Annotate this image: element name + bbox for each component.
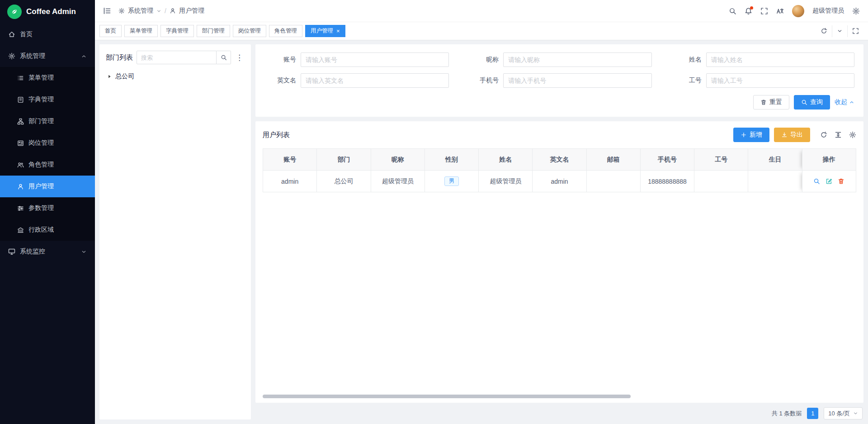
- table-settings-button[interactable]: [849, 131, 856, 138]
- sidebar-item-system-monitor[interactable]: 系统监控: [0, 241, 95, 262]
- horizontal-scrollbar[interactable]: [263, 395, 631, 398]
- refresh-table-button[interactable]: [820, 131, 827, 138]
- close-icon[interactable]: ×: [336, 28, 340, 34]
- sidebar-item-post-mgmt[interactable]: 岗位管理: [0, 132, 95, 154]
- content: 部门列表 ⋮ 总公司: [95, 40, 868, 424]
- tab-options-button[interactable]: [832, 25, 847, 37]
- fullscreen-button[interactable]: [760, 7, 768, 15]
- tab-dept-mgmt[interactable]: 部门管理: [197, 25, 230, 37]
- gear-icon: [118, 8, 125, 14]
- sidebar-item-home[interactable]: 首页: [0, 24, 95, 45]
- content-fullscreen-button[interactable]: [847, 25, 863, 37]
- department-panel: 部门列表 ⋮ 总公司: [99, 44, 251, 419]
- sidebar-item-dict-mgmt[interactable]: 字典管理: [0, 89, 95, 110]
- search-icon: [801, 99, 807, 105]
- avatar[interactable]: [792, 5, 804, 17]
- sidebar-item-system-mgmt[interactable]: 系统管理: [0, 45, 95, 67]
- total-count: 共 1 条数据: [772, 410, 802, 418]
- phone-field[interactable]: [503, 73, 651, 88]
- main-area: 系统管理 / 用户管理: [95, 0, 868, 424]
- sidebar-item-label: 部门管理: [28, 117, 54, 125]
- table-row: admin 总公司 超级管理员 男 超级管理员 admin 1888888888…: [263, 171, 856, 192]
- fullscreen-icon: [760, 7, 768, 15]
- caret-right-icon[interactable]: [107, 74, 112, 79]
- department-search: [137, 51, 231, 64]
- page-button-1[interactable]: 1: [807, 408, 818, 419]
- cell-actions: [802, 171, 856, 192]
- notifications-button[interactable]: [745, 7, 752, 15]
- department-search-button[interactable]: [217, 51, 231, 64]
- cell-nickname: 超级管理员: [371, 171, 425, 192]
- tab-home[interactable]: 首页: [99, 25, 122, 37]
- sidebar-item-param-mgmt[interactable]: 参数管理: [0, 197, 95, 219]
- cell-english-name: admin: [533, 171, 586, 192]
- delete-row-button[interactable]: [838, 178, 844, 185]
- tree-node-head-office[interactable]: 总公司: [106, 71, 245, 82]
- work-no-field[interactable]: [706, 73, 854, 88]
- sidebar-menu: 首页 系统管理 菜单管理 字典管理 部门管理: [0, 24, 95, 424]
- sidebar-item-label: 行政区域: [28, 226, 54, 234]
- global-search-button[interactable]: [729, 7, 736, 15]
- coffee-logo-icon: [7, 5, 22, 19]
- page-size-select[interactable]: 10 条/页: [824, 407, 863, 419]
- department-panel-title: 部门列表: [106, 53, 133, 62]
- chevron-down-icon: [837, 28, 843, 34]
- header-nickname: 昵称: [371, 149, 425, 171]
- bank-icon: [17, 227, 24, 233]
- refresh-tab-button[interactable]: [816, 28, 832, 34]
- department-search-input[interactable]: [137, 51, 217, 64]
- english-name-field[interactable]: [301, 73, 449, 88]
- tab-user-mgmt[interactable]: 用户管理 ×: [305, 25, 345, 37]
- reset-button[interactable]: 重置: [753, 95, 789, 110]
- sidebar-item-label: 角色管理: [28, 161, 54, 169]
- header-name: 姓名: [479, 149, 533, 171]
- gear-icon: [8, 52, 15, 60]
- account-field[interactable]: [301, 52, 449, 67]
- breadcrumb-separator: /: [165, 7, 166, 14]
- monitor-icon: [8, 248, 15, 255]
- header-gender: 性别: [425, 149, 478, 171]
- search-form-card: 账号 昵称 姓名 英文名: [255, 44, 863, 117]
- sidebar-item-menu-mgmt[interactable]: 菜单管理: [0, 67, 95, 89]
- chevron-down-icon[interactable]: [156, 9, 161, 14]
- language-button[interactable]: [776, 7, 784, 15]
- tab-menu-mgmt[interactable]: 菜单管理: [124, 25, 158, 37]
- cell-birthday: [748, 171, 802, 192]
- user-list-title: 用户列表: [263, 131, 290, 139]
- column-height-icon: [835, 131, 842, 138]
- breadcrumb-system-mgmt[interactable]: 系统管理: [128, 7, 153, 15]
- breadcrumb-user-mgmt: 用户管理: [179, 7, 204, 15]
- header-english-name: 英文名: [533, 149, 586, 171]
- sidebar-item-dept-mgmt[interactable]: 部门管理: [0, 110, 95, 132]
- edit-row-button[interactable]: [826, 178, 832, 185]
- refresh-icon: [820, 131, 827, 138]
- sidebar-item-user-mgmt[interactable]: 用户管理: [0, 176, 95, 197]
- collapse-form-button[interactable]: 收起: [835, 98, 854, 106]
- sidebar-item-region-mgmt[interactable]: 行政区域: [0, 219, 95, 241]
- tab-role-mgmt[interactable]: 角色管理: [269, 25, 302, 37]
- name-field[interactable]: [706, 52, 854, 67]
- sliders-icon: [17, 205, 24, 212]
- trash-icon: [760, 99, 767, 105]
- tab-dict-mgmt[interactable]: 字典管理: [160, 25, 194, 37]
- tabbar: 首页 菜单管理 字典管理 部门管理 岗位管理 角色管理 用户管理 ×: [95, 22, 868, 40]
- sidebar-item-role-mgmt[interactable]: 角色管理: [0, 154, 95, 176]
- sidebar: Coffee Admin 首页 系统管理 菜单管理 字典管理: [0, 0, 95, 424]
- settings-button[interactable]: [852, 7, 860, 15]
- user-list-card: 用户列表 新增 导出: [255, 121, 863, 403]
- sidebar-item-label: 系统监控: [20, 248, 45, 256]
- more-options-icon[interactable]: ⋮: [235, 53, 245, 62]
- collapse-sidebar-button[interactable]: [103, 7, 111, 15]
- tab-post-mgmt[interactable]: 岗位管理: [233, 25, 266, 37]
- edit-icon: [826, 178, 832, 185]
- query-button[interactable]: 查询: [794, 95, 830, 110]
- row-density-button[interactable]: [835, 131, 842, 138]
- department-tree: 总公司: [106, 71, 245, 82]
- system-submenu: 菜单管理 字典管理 部门管理 岗位管理 角色管理: [0, 67, 95, 241]
- add-user-button[interactable]: 新增: [733, 128, 769, 142]
- export-button[interactable]: 导出: [774, 128, 810, 142]
- current-username[interactable]: 超级管理员: [812, 7, 844, 15]
- cell-work-no: [694, 171, 748, 192]
- nickname-field[interactable]: [503, 52, 651, 67]
- view-row-button[interactable]: [813, 178, 820, 185]
